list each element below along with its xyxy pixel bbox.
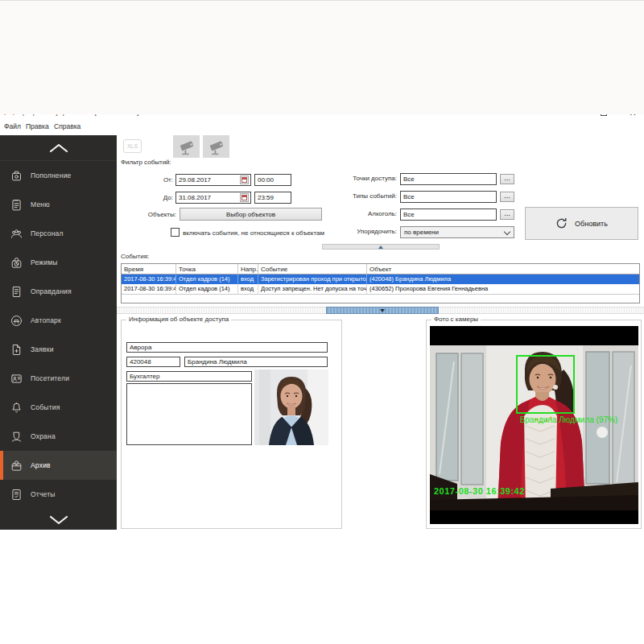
alcohol-label: Алкоголь: xyxy=(322,210,397,217)
camera-group-title: Фото с камеры xyxy=(431,316,481,323)
table-header-row: Время Точка Напр. Событие Объект xyxy=(122,264,639,275)
sidebar-item-label: Режимы xyxy=(31,258,58,266)
cell-object: (420048) Брандина Людмила xyxy=(367,275,639,284)
position-field[interactable] xyxy=(126,371,252,382)
sidebar-item-label: События xyxy=(31,403,60,411)
file-plus-icon xyxy=(10,343,23,357)
access-points-label: Точки доступа: xyxy=(322,175,397,182)
calendar-icon[interactable] xyxy=(240,193,249,202)
bag-clock-icon xyxy=(10,256,23,270)
column-header[interactable]: Напр. xyxy=(238,264,258,275)
report-icon xyxy=(10,488,23,502)
selected-accent-bar xyxy=(0,451,3,480)
menu-help[interactable]: Справка xyxy=(54,122,80,130)
sidebar-item-otchety[interactable]: Отчеты xyxy=(0,480,117,509)
sidebar-item-arkhiv[interactable]: Архив xyxy=(0,451,117,480)
column-header[interactable]: Событие xyxy=(258,264,367,275)
sidebar-item-label: Архив xyxy=(31,461,51,469)
table-row[interactable]: 2017-08-30 16:39:43 Отдел кадров (14) вх… xyxy=(122,284,639,295)
access-object-info-group: Информация об объекте доступа xyxy=(121,320,342,529)
camera-thumbnail-2[interactable] xyxy=(203,135,229,158)
cell-object: (430652) Прохорова Евгения Геннадьевна xyxy=(367,284,639,294)
sidebar-collapse-down[interactable] xyxy=(0,509,117,530)
notes-box[interactable] xyxy=(126,383,252,445)
access-points-input[interactable] xyxy=(400,173,497,185)
to-time-input[interactable] xyxy=(254,192,291,204)
triangle-down-icon xyxy=(380,309,385,312)
order-by-value: по времени xyxy=(404,229,439,236)
sidebar-item-avtopark[interactable]: Автопарк xyxy=(0,306,117,335)
sidebar-collapse-up[interactable] xyxy=(0,135,117,161)
cell-time: 2017-08-30 16:39:42 xyxy=(122,275,176,284)
terminal-icon xyxy=(10,169,23,183)
card-id-field[interactable] xyxy=(126,357,180,367)
camera-icon xyxy=(176,137,197,156)
refresh-label: Обновить xyxy=(575,220,608,228)
camera-thumbnail-1[interactable] xyxy=(173,135,200,158)
cell-time: 2017-08-30 16:39:43 xyxy=(122,284,176,294)
name-field[interactable] xyxy=(184,357,328,367)
order-by-select[interactable]: по времени xyxy=(400,226,514,238)
menu-file[interactable]: Файл xyxy=(4,122,21,130)
sidebar: Пополнение Меню Персонал Режимы Оправдан… xyxy=(0,135,117,530)
select-objects-button[interactable]: Выбор объектов xyxy=(180,208,322,221)
cell-dir: вход xyxy=(238,275,258,284)
sidebar-item-menu[interactable]: Меню xyxy=(0,190,117,219)
sidebar-item-zayavki[interactable]: Заявки xyxy=(0,335,117,364)
column-header[interactable]: Точка xyxy=(176,264,238,275)
event-types-label: Типы событий: xyxy=(322,192,397,200)
sidebar-item-okhrana[interactable]: Охрана xyxy=(0,422,117,451)
filter-collapse-splitter[interactable] xyxy=(322,244,440,250)
column-header[interactable]: Время xyxy=(122,264,176,275)
cell-point: Отдел кадров (14) xyxy=(176,284,238,294)
shield-icon xyxy=(10,430,23,444)
column-header[interactable]: Объект xyxy=(367,264,639,275)
access-points-more-button[interactable]: ... xyxy=(500,174,514,184)
chevron-down-icon xyxy=(504,229,510,235)
company-field[interactable] xyxy=(126,342,328,353)
sidebar-item-personal[interactable]: Персонал xyxy=(0,219,117,248)
alcohol-input[interactable] xyxy=(400,208,497,221)
sidebar-item-label: Заявки xyxy=(31,345,54,353)
camera-photo-group: Фото с камеры xyxy=(426,320,642,529)
from-label: От: xyxy=(121,176,173,184)
calendar-icon[interactable] xyxy=(240,175,249,184)
sidebar-item-label: Отчеты xyxy=(31,490,56,498)
chevron-up-icon xyxy=(47,142,71,154)
to-label: До: xyxy=(121,194,173,201)
splitter-handle[interactable] xyxy=(326,307,439,314)
sidebar-item-label: Меню xyxy=(31,200,50,208)
menubar: Файл Правка Справка xyxy=(0,121,644,135)
menu-edit[interactable]: Правка xyxy=(26,122,49,130)
alcohol-more-button[interactable]: ... xyxy=(500,209,514,220)
sidebar-item-label: Посетители xyxy=(31,374,69,382)
people-icon xyxy=(10,227,23,241)
export-xls-button[interactable]: XLS xyxy=(123,139,142,153)
sidebar-item-popolnenie[interactable]: Пополнение xyxy=(0,161,117,190)
sidebar-item-label: Пополнение xyxy=(31,171,72,180)
event-types-more-button[interactable]: ... xyxy=(500,192,514,202)
document-icon xyxy=(10,285,23,299)
sidebar-item-rezhimy[interactable]: Режимы xyxy=(0,248,117,277)
camera-icon xyxy=(206,137,227,156)
triangle-up-icon xyxy=(378,246,383,249)
bell-icon xyxy=(10,401,23,415)
from-time-input[interactable] xyxy=(254,174,291,186)
cell-point: Отдел кадров (14) xyxy=(176,275,238,284)
sidebar-item-posetiteli[interactable]: Посетители xyxy=(0,364,117,393)
sidebar-item-sobytiya[interactable]: События xyxy=(0,393,117,422)
recognition-label: Брандина Людмила (97%) xyxy=(510,415,627,424)
employee-photo xyxy=(254,369,328,445)
filter-title: Фильтр событий: xyxy=(121,159,171,166)
table-row-selected[interactable]: 2017-08-30 16:39:42 Отдел кадров (14) вх… xyxy=(122,275,639,284)
sidebar-item-opravdaniya[interactable]: Оправдания xyxy=(0,277,117,306)
face-detection-box xyxy=(516,355,575,414)
sidebar-item-label: Оправдания xyxy=(31,287,72,295)
sidebar-item-label: Персонал xyxy=(31,229,64,237)
car-circle-icon xyxy=(10,314,23,328)
include-unrelated-checkbox[interactable] xyxy=(171,228,180,237)
refresh-icon xyxy=(555,217,568,229)
order-by-label: Упорядочить: xyxy=(322,228,397,235)
event-types-input[interactable] xyxy=(400,191,497,203)
refresh-button[interactable]: Обновить xyxy=(525,207,638,240)
